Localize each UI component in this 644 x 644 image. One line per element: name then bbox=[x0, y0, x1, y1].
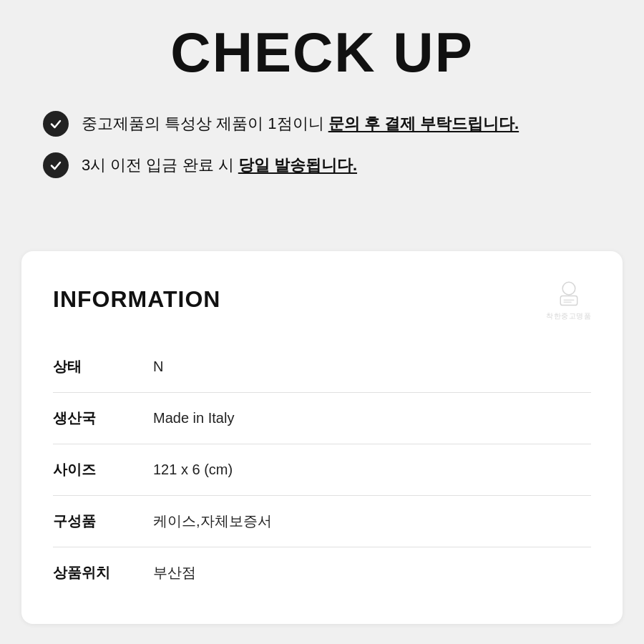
page-wrapper: CHECK UP 중고제품의 특성상 제품이 1점이니 문의 후 결제 부탁드립… bbox=[0, 0, 644, 644]
svg-rect-1 bbox=[560, 296, 577, 305]
checklist-item-2: 3시 이전 입금 완료 시 당일 발송됩니다. bbox=[43, 152, 601, 178]
checklist-item-2-text: 3시 이전 입금 완료 시 당일 발송됩니다. bbox=[82, 155, 357, 177]
top-section: CHECK UP 중고제품의 특성상 제품이 1점이니 문의 후 결제 부탁드립… bbox=[0, 0, 644, 223]
label-status: 상태 bbox=[53, 341, 153, 393]
table-row-size: 사이즈 121 x 6 (cm) bbox=[53, 444, 591, 496]
check-icon-1 bbox=[43, 111, 69, 137]
checklist-item-1-highlight: 문의 후 결제 부탁드립니다. bbox=[328, 114, 519, 132]
checklist: 중고제품의 특성상 제품이 1점이니 문의 후 결제 부탁드립니다. 3시 이전… bbox=[43, 111, 601, 178]
check-icon-2 bbox=[43, 152, 69, 178]
table-row-origin: 생산국 Made in Italy bbox=[53, 393, 591, 444]
value-status: N bbox=[153, 341, 591, 393]
label-components: 구성품 bbox=[53, 496, 153, 547]
info-section: INFORMATION 착한중고명품 상태 N bbox=[0, 223, 644, 644]
value-components: 케이스,자체보증서 bbox=[153, 496, 591, 547]
table-row-status: 상태 N bbox=[53, 341, 591, 393]
label-location: 상품위치 bbox=[53, 547, 153, 599]
label-size: 사이즈 bbox=[53, 444, 153, 496]
info-card: INFORMATION 착한중고명품 상태 N bbox=[21, 251, 623, 624]
checklist-item-2-highlight: 당일 발송됩니다. bbox=[238, 156, 357, 174]
table-row-components: 구성품 케이스,자체보증서 bbox=[53, 496, 591, 547]
svg-point-0 bbox=[562, 282, 575, 295]
brand-logo-text: 착한중고명품 bbox=[546, 311, 591, 321]
label-origin: 생산국 bbox=[53, 393, 153, 444]
page-title: CHECK UP bbox=[43, 20, 601, 85]
checklist-item-1-text: 중고제품의 특성상 제품이 1점이니 문의 후 결제 부탁드립니다. bbox=[82, 113, 519, 135]
value-location: 부산점 bbox=[153, 547, 591, 599]
brand-logo: 착한중고명품 bbox=[546, 277, 591, 321]
table-row-location: 상품위치 부산점 bbox=[53, 547, 591, 599]
value-origin: Made in Italy bbox=[153, 393, 591, 444]
info-card-header: INFORMATION 착한중고명품 bbox=[53, 277, 591, 321]
checklist-item-1: 중고제품의 특성상 제품이 1점이니 문의 후 결제 부탁드립니다. bbox=[43, 111, 601, 137]
info-card-title: INFORMATION bbox=[53, 286, 220, 313]
info-table: 상태 N 생산국 Made in Italy 사이즈 121 x 6 (cm) … bbox=[53, 341, 591, 598]
value-size: 121 x 6 (cm) bbox=[153, 444, 591, 496]
